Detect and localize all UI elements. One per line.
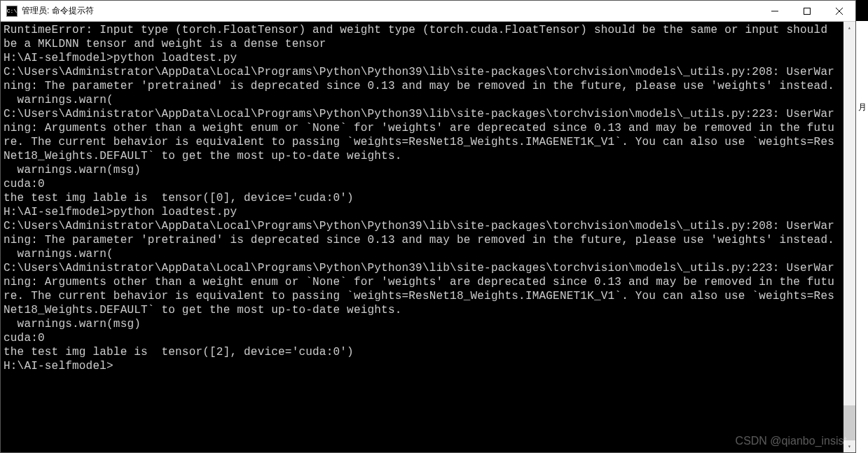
terminal-line: warnings.warn(msg)	[4, 163, 841, 177]
app-icon-text: C:\	[7, 8, 17, 14]
terminal-line: RuntimeError: Input type (torch.FloatTen…	[4, 23, 841, 51]
window-controls	[759, 1, 855, 21]
terminal-line: the test img lable is tensor([2], device…	[4, 345, 841, 359]
terminal-line: cuda:0	[4, 177, 841, 191]
close-icon	[836, 8, 843, 15]
terminal-line: warnings.warn(	[4, 247, 841, 261]
terminal-area: RuntimeError: Input type (torch.FloatTen…	[1, 22, 855, 452]
background-char: 月	[856, 21, 868, 113]
vertical-scrollbar[interactable]: ▴ ▾	[843, 22, 855, 452]
scroll-up-button[interactable]: ▴	[843, 22, 855, 34]
window-title: 管理员: 命令提示符	[22, 5, 759, 17]
terminal-line: C:\Users\Administrator\AppData\Local\Pro…	[4, 107, 841, 163]
close-button[interactable]	[823, 1, 855, 21]
terminal-output[interactable]: RuntimeError: Input type (torch.FloatTen…	[1, 22, 843, 452]
app-icon: C:\	[6, 6, 18, 17]
command-prompt-window: C:\ 管理员: 命令提示符 RuntimeError: Input type …	[0, 0, 856, 453]
terminal-line: C:\Users\Administrator\AppData\Local\Pro…	[4, 65, 841, 93]
background-edge: 月	[856, 21, 868, 453]
terminal-line: cuda:0	[4, 331, 841, 345]
terminal-line: C:\Users\Administrator\AppData\Local\Pro…	[4, 219, 841, 247]
titlebar[interactable]: C:\ 管理员: 命令提示符	[1, 1, 855, 22]
terminal-line: H:\AI-selfmodel>python loadtest.py	[4, 205, 841, 219]
maximize-button[interactable]	[791, 1, 823, 21]
scroll-down-button[interactable]: ▾	[843, 440, 855, 452]
terminal-line: C:\Users\Administrator\AppData\Local\Pro…	[4, 261, 841, 317]
terminal-line: the test img lable is tensor([0], device…	[4, 191, 841, 205]
maximize-icon	[804, 8, 811, 15]
terminal-line: H:\AI-selfmodel>	[4, 359, 841, 373]
minimize-icon	[771, 8, 778, 15]
terminal-line: warnings.warn(	[4, 93, 841, 107]
terminal-line: H:\AI-selfmodel>python loadtest.py	[4, 51, 841, 65]
svg-rect-1	[804, 8, 811, 14]
minimize-button[interactable]	[759, 1, 791, 21]
terminal-line: warnings.warn(msg)	[4, 317, 841, 331]
scroll-thumb[interactable]	[843, 405, 855, 440]
scroll-track[interactable]	[843, 34, 855, 440]
